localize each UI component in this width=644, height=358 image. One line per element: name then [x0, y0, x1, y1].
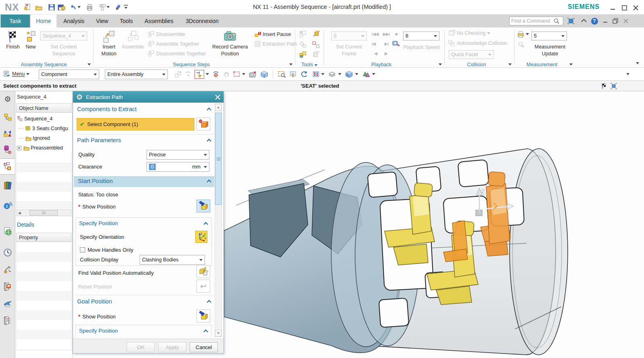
move-handles-checkbox[interactable]	[80, 247, 85, 253]
scroll-down-icon[interactable]: ▼	[215, 330, 222, 337]
sequence-combo[interactable]: Sequence_4	[40, 32, 87, 40]
save-icon[interactable]	[48, 3, 56, 12]
new-sequence-button[interactable]: New	[23, 30, 38, 51]
snapshot-icon[interactable]	[249, 70, 257, 79]
select-component-row[interactable]: ✔ Select Component (1)	[77, 118, 194, 131]
facet-combo[interactable]: Quick Facet	[449, 50, 494, 59]
tab-task[interactable]: Task	[1, 15, 30, 27]
minimize-button[interactable]	[608, 4, 618, 11]
ghost-component-icon[interactable]	[222, 70, 231, 79]
ok-button[interactable]: OK	[127, 342, 155, 352]
visualization-scene-icon[interactable]	[0, 297, 15, 310]
collapse-components-icon[interactable]	[207, 107, 211, 112]
collapse-goal-position-icon[interactable]	[207, 300, 211, 304]
menu-button[interactable]: Menu	[3, 70, 29, 78]
assemble-together-button[interactable]: Assemble Together	[148, 40, 199, 47]
components-to-extract-header[interactable]: Components to Extract	[77, 106, 137, 112]
print-measurement-icon[interactable]	[517, 31, 525, 38]
extraction-path-button[interactable]: Extraction Path	[254, 40, 297, 47]
assembly-constraints-icon[interactable]	[174, 70, 182, 79]
dialog-scrollbar[interactable]: ▲ ▼	[215, 103, 222, 337]
fullscreen-icon[interactable]	[567, 17, 575, 25]
undo-dropdown-icon[interactable]	[77, 3, 82, 12]
close-button[interactable]	[630, 4, 641, 11]
roles-icon[interactable]	[0, 280, 15, 293]
property-column-header[interactable]: Property	[16, 233, 71, 242]
quality-combo[interactable]: Precise	[146, 150, 209, 160]
tools-icon-2[interactable]	[312, 30, 320, 39]
minimize-ribbon-icon[interactable]	[579, 17, 588, 25]
motion-navigator-icon[interactable]	[0, 142, 15, 156]
dialog-title-bar[interactable]: Extraction Path	[73, 91, 224, 103]
group-dialog-launcher-icon[interactable]	[569, 63, 573, 65]
system-tools-icon[interactable]	[0, 263, 15, 276]
insert-pause-button[interactable]: Insert Pause	[254, 31, 291, 38]
disassemble-button[interactable]: Disassemble	[148, 31, 185, 38]
playback-speed-combo[interactable]: 6	[403, 32, 439, 40]
rotate-point-icon[interactable]	[211, 70, 220, 79]
specify-position-header[interactable]: Specify Position	[79, 220, 118, 226]
clearance-value[interactable]: 0	[149, 164, 156, 170]
selection-type-filter-combo[interactable]: Component	[39, 69, 99, 79]
window-tile-icon[interactable]	[312, 70, 320, 79]
resource-bar-options-icon[interactable]	[0, 92, 15, 106]
set-context-sequence-button[interactable]: Set ContextSequence	[40, 44, 87, 57]
rectangle-select-icon[interactable]	[232, 70, 241, 79]
window-minimize-icon[interactable]	[601, 17, 610, 25]
find-command-box[interactable]	[509, 17, 563, 25]
path-parameters-header[interactable]: Path Parameters	[77, 137, 121, 143]
goal-specify-position-header[interactable]: Specify Position	[79, 328, 118, 334]
tab-analysis[interactable]: Analysis	[59, 15, 89, 27]
snap-point-filter-icon[interactable]	[194, 70, 204, 79]
window-tile-dropdown-icon[interactable]	[321, 73, 324, 75]
zoom-window-icon[interactable]	[278, 70, 286, 79]
window-close-icon[interactable]	[621, 17, 630, 25]
collapse-goal-specify-icon[interactable]	[203, 329, 208, 334]
open-icon[interactable]	[35, 3, 44, 12]
insert-motion-button[interactable]: InsertMotion	[98, 30, 119, 57]
measurement-combo[interactable]: 5	[531, 32, 567, 40]
select-component-icon-button[interactable]	[197, 118, 210, 131]
step-forward-button[interactable]: ▶|	[385, 41, 388, 46]
group-dialog-launcher-icon[interactable]	[289, 63, 293, 65]
disassemble-together-button[interactable]: Disassemble Together	[148, 50, 206, 57]
select-mode-dropdown-icon[interactable]	[242, 73, 245, 75]
ribbon-overflow-icon[interactable]	[636, 62, 639, 64]
measurement-tool-icon[interactable]	[518, 41, 525, 48]
play-backward-button[interactable]: ◀	[374, 51, 377, 56]
expand-icon[interactable]: +	[17, 146, 21, 150]
skip-to-start-button[interactable]: |◀◀	[372, 32, 378, 37]
tree-row-configuration[interactable]: 3 Seats Configu	[16, 124, 72, 133]
goal-show-position-button[interactable]	[197, 310, 210, 322]
edit-object-display-icon[interactable]	[362, 70, 370, 79]
tab-home[interactable]: Home	[31, 15, 56, 27]
dialog-scroll-thumb[interactable]	[215, 113, 222, 205]
window-layout-dropdown-icon[interactable]	[107, 3, 111, 12]
finish-button[interactable]: Finish	[3, 30, 23, 51]
scroll-up-icon[interactable]: ▲	[215, 104, 222, 111]
print-icon[interactable]	[86, 3, 94, 12]
tools-icon-1[interactable]	[299, 30, 307, 39]
apply-button[interactable]: Apply	[158, 342, 186, 352]
find-valid-position-button[interactable]	[197, 265, 210, 278]
layer-dropdown-icon[interactable]	[338, 73, 341, 75]
part-navigator-icon[interactable]	[0, 314, 15, 327]
scroll-thumb[interactable]	[29, 210, 58, 215]
selection-scope-combo[interactable]: Entire Assembly	[105, 69, 168, 79]
tree-row-sequence[interactable]: Sequence_4	[16, 114, 72, 124]
window-layout-icon[interactable]	[98, 3, 107, 12]
window-restore-icon[interactable]	[611, 17, 620, 25]
acknowledge-collision-button[interactable]: Acknowledge Collision	[448, 40, 507, 46]
scroll-left-icon[interactable]: ◀	[17, 210, 22, 215]
object-name-column-header[interactable]: Object Name	[16, 103, 71, 113]
display-dropdown-icon[interactable]	[372, 73, 375, 75]
tools-icon-3[interactable]	[312, 40, 320, 49]
web-browser-icon[interactable]	[0, 225, 15, 238]
tree-horizontal-scrollbar[interactable]: ◀	[16, 209, 71, 216]
save-as-icon[interactable]	[57, 3, 66, 12]
render-style-icon[interactable]	[345, 70, 353, 79]
sequence-navigator-tab[interactable]	[0, 158, 15, 175]
frame-combo[interactable]: 0	[331, 32, 367, 40]
record-camera-position-button[interactable]: Record CameraPosition	[211, 29, 249, 57]
collapse-specify-position-icon[interactable]	[203, 222, 208, 226]
